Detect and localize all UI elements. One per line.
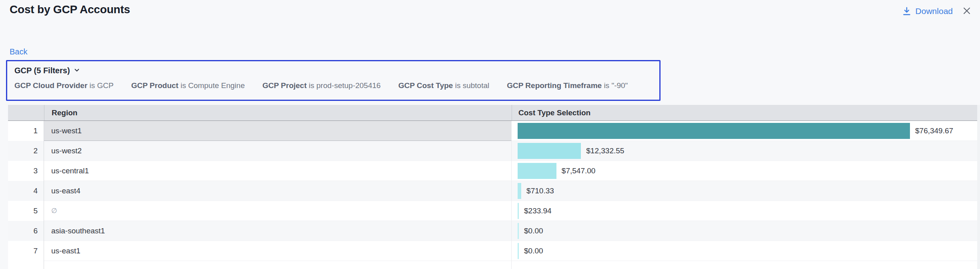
table-row[interactable]: 6 asia-southeast1 $0.00 xyxy=(8,221,980,241)
cost-bar-cell: $0.00 xyxy=(512,221,980,241)
filter-box: GCP (5 Filters) GCP Cloud Provider is GC… xyxy=(6,60,661,101)
row-number-cell: 5 xyxy=(8,201,44,221)
table-partial-row xyxy=(8,261,980,269)
download-icon xyxy=(902,6,912,16)
filter-summary-label: GCP (5 Filters) xyxy=(14,66,70,75)
cost-bar-cell: $233.94 xyxy=(512,201,980,221)
back-link[interactable]: Back xyxy=(10,47,27,56)
cost-by-gcp-accounts-panel: { "header": { "title": "Cost by GCP Acco… xyxy=(0,0,980,269)
filter-field-condition: is prod-setup-205416 xyxy=(309,81,381,90)
table-row[interactable]: 2 us-west2 $12,332.55 xyxy=(8,141,980,161)
filter-field-name: GCP Project xyxy=(262,81,307,90)
table-row[interactable]: 4 us-east4 $710.33 xyxy=(8,181,980,201)
row-number-cell: 6 xyxy=(8,221,44,241)
filter-field-condition: is Compute Engine xyxy=(181,81,245,90)
cost-bar-cell: $710.33 xyxy=(512,181,980,201)
row-number-cell: 1 xyxy=(8,121,44,141)
cost-value-label: $0.00 xyxy=(524,227,543,235)
filter-conditions: GCP Cloud Provider is GCP GCP Product is… xyxy=(14,81,652,90)
filter-condition-item[interactable]: GCP Cost Type is subtotal xyxy=(398,81,489,90)
download-button[interactable]: Download xyxy=(902,6,953,16)
cost-value-label: $233.94 xyxy=(524,207,552,215)
download-label: Download xyxy=(916,6,953,16)
cost-bar[interactable] xyxy=(518,183,521,199)
filter-field-condition: is subtotal xyxy=(455,81,490,90)
table-row[interactable]: 1 us-west1 $76,349.67 xyxy=(8,121,980,141)
filter-condition-item[interactable]: GCP Project is prod-setup-205416 xyxy=(262,81,380,90)
vertical-scrollbar-track[interactable] xyxy=(977,105,980,269)
filter-condition-item[interactable]: GCP Product is Compute Engine xyxy=(131,81,245,90)
cost-table: Region Cost Type Selection 1 us-west1 $7… xyxy=(8,105,980,269)
chevron-down-icon xyxy=(74,66,80,75)
table-body: 1 us-west1 $76,349.67 2 us-west2 $12,332… xyxy=(8,121,980,261)
cost-bar[interactable] xyxy=(518,123,910,139)
filter-field-name: GCP Cloud Provider xyxy=(14,81,87,90)
filter-condition-item[interactable]: GCP Reporting Timeframe is "-90" xyxy=(507,81,628,90)
cost-bar-cell: $0.00 xyxy=(512,241,980,261)
filter-field-condition: is GCP xyxy=(90,81,114,90)
cost-bar-cell: $7,547.00 xyxy=(512,161,980,181)
row-number-cell: 7 xyxy=(8,241,44,261)
row-number-cell: 3 xyxy=(8,161,44,181)
cost-type-selection-column-header[interactable]: Cost Type Selection xyxy=(512,105,980,120)
cost-value-label: $0.00 xyxy=(524,247,543,255)
close-button[interactable] xyxy=(961,6,973,18)
table-row[interactable]: 3 us-central1 $7,547.00 xyxy=(8,161,980,181)
cost-value-label: $710.33 xyxy=(526,187,554,195)
filter-field-condition: is "-90" xyxy=(604,81,628,90)
row-number-cell: 2 xyxy=(8,141,44,161)
cost-bar-cell: $76,349.67 xyxy=(512,121,980,141)
cost-bar[interactable] xyxy=(518,143,581,159)
cost-value-label: $12,332.55 xyxy=(586,147,624,155)
row-number-column-header xyxy=(8,105,44,120)
filter-field-name: GCP Reporting Timeframe xyxy=(507,81,602,90)
cost-bar[interactable] xyxy=(518,163,556,179)
region-cell[interactable]: us-east4 xyxy=(44,181,512,201)
region-column-header[interactable]: Region xyxy=(44,105,512,120)
region-cell[interactable]: us-west1 xyxy=(44,121,512,141)
region-cell[interactable]: us-central1 xyxy=(44,161,512,181)
region-cell[interactable]: us-west2 xyxy=(44,141,512,161)
table-row[interactable]: 7 us-east1 $0.00 xyxy=(8,241,980,261)
page-title: Cost by GCP Accounts xyxy=(10,3,130,16)
region-cell[interactable]: us-east1 xyxy=(44,241,512,261)
close-icon xyxy=(962,6,972,17)
table-header-row: Region Cost Type Selection xyxy=(8,105,980,121)
filter-summary-toggle[interactable]: GCP (5 Filters) xyxy=(14,66,80,75)
table-row[interactable]: 5 ∅ $233.94 xyxy=(8,201,980,221)
filter-condition-item[interactable]: GCP Cloud Provider is GCP xyxy=(14,81,114,90)
cost-value-label: $7,547.00 xyxy=(562,167,596,175)
region-cell[interactable]: asia-southeast1 xyxy=(44,221,512,241)
filter-field-name: GCP Product xyxy=(131,81,179,90)
row-number-cell: 4 xyxy=(8,181,44,201)
filter-field-name: GCP Cost Type xyxy=(398,81,453,90)
cost-value-label: $76,349.67 xyxy=(915,126,953,135)
cost-bar[interactable] xyxy=(518,243,519,259)
cost-bar[interactable] xyxy=(518,223,519,239)
region-cell[interactable]: ∅ xyxy=(44,201,512,221)
cost-bar-cell: $12,332.55 xyxy=(512,141,980,161)
cost-bar[interactable] xyxy=(518,203,519,219)
